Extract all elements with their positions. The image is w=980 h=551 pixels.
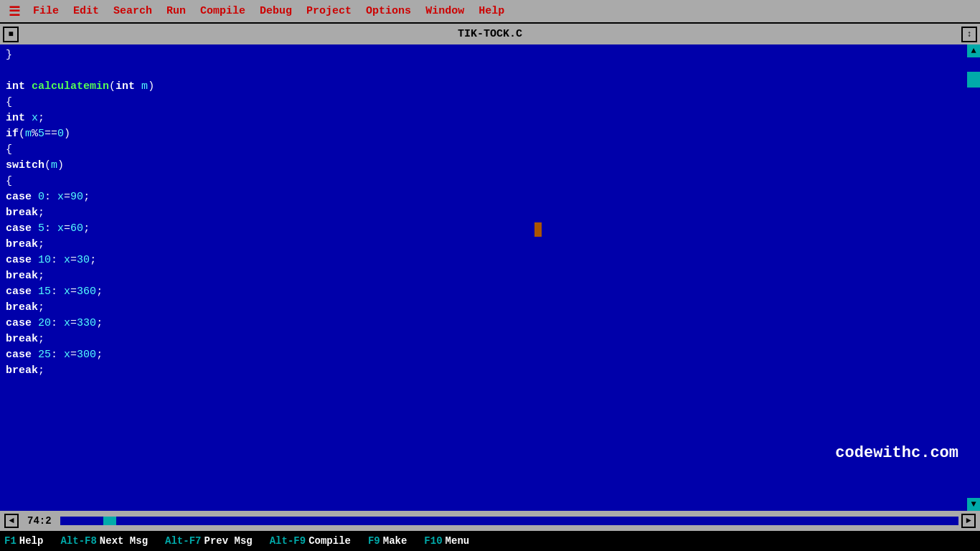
fkey-alt-f8-key: Alt-F8 bbox=[60, 535, 96, 547]
code-line: break; bbox=[6, 363, 961, 379]
code-line bbox=[6, 63, 961, 79]
hamburger-menu[interactable]: ☰ bbox=[3, 1, 26, 22]
fkey-f10-label: Menu bbox=[446, 535, 470, 547]
fkey-f9[interactable]: F9 Make bbox=[368, 535, 407, 547]
window-title: TIK-TOCK.C bbox=[458, 28, 522, 40]
scroll-right-btn[interactable]: ► bbox=[961, 514, 976, 528]
fkey-alt-f9-key: Alt-F9 bbox=[270, 535, 306, 547]
code-line: { bbox=[6, 95, 961, 110]
watermark: codewithc.com bbox=[835, 444, 958, 462]
fkey-f9-label: Make bbox=[383, 535, 407, 547]
scroll-up-btn[interactable]: ▲ bbox=[967, 44, 980, 57]
code-line: { bbox=[6, 174, 961, 189]
code-line: case 10: x=30; bbox=[6, 253, 961, 268]
fkey-f1-key: F1 bbox=[4, 535, 17, 547]
code-line: case 5: x=60; bbox=[6, 221, 961, 237]
code-line: break; bbox=[6, 300, 961, 316]
menu-debug[interactable]: Debug bbox=[253, 2, 299, 20]
code-line: break; bbox=[6, 205, 961, 221]
menu-run[interactable]: Run bbox=[159, 2, 193, 20]
code-line: break; bbox=[6, 237, 961, 253]
scroll-left-btn[interactable]: ◄ bbox=[4, 514, 19, 528]
fkey-f10[interactable]: F10 Menu bbox=[424, 535, 469, 547]
fkey-bar: F1 Help Alt-F8 Next Msg Alt-F7 Prev Msg … bbox=[0, 531, 980, 551]
menu-bar: ☰ File Edit Search Run Compile Debug Pro… bbox=[0, 0, 980, 22]
fkey-alt-f7[interactable]: Alt-F7 Prev Msg bbox=[165, 535, 253, 547]
fkey-alt-f9-label: Compile bbox=[308, 535, 351, 547]
code-line: case 15: x=360; bbox=[6, 284, 961, 300]
scroll-track[interactable] bbox=[967, 57, 980, 498]
fkey-f1[interactable]: F1 Help bbox=[4, 535, 43, 547]
code-line: int calculatemin(int m) bbox=[6, 79, 961, 95]
window-resize-btn[interactable]: ↕ bbox=[961, 27, 977, 42]
fkey-alt-f9[interactable]: Alt-F9 Compile bbox=[270, 535, 351, 547]
code-content: } int calculatemin(int m) { int x; if(m%… bbox=[0, 44, 967, 382]
title-bar: ■ TIK-TOCK.C ↕ bbox=[0, 22, 980, 44]
fkey-f1-label: Help bbox=[19, 535, 44, 547]
menu-edit[interactable]: Edit bbox=[66, 2, 106, 20]
menu-file[interactable]: File bbox=[26, 2, 66, 20]
code-line: case 20: x=330; bbox=[6, 316, 961, 331]
menu-project[interactable]: Project bbox=[299, 2, 359, 20]
menu-search[interactable]: Search bbox=[106, 2, 159, 20]
fkey-f10-key: F10 bbox=[424, 535, 442, 547]
menu-options[interactable]: Options bbox=[359, 2, 418, 20]
code-line: break; bbox=[6, 331, 961, 347]
fkey-alt-f8[interactable]: Alt-F8 Next Msg bbox=[60, 535, 148, 547]
fkey-alt-f7-label: Prev Msg bbox=[204, 535, 252, 547]
horizontal-scroll-track[interactable] bbox=[60, 517, 958, 525]
scrollbar-vertical[interactable]: ▲ ▼ bbox=[967, 44, 980, 511]
menu-help[interactable]: Help bbox=[471, 2, 512, 20]
code-line: case 25: x=300; bbox=[6, 347, 961, 363]
code-line: int x; bbox=[6, 110, 961, 126]
code-line: case 0: x=90; bbox=[6, 189, 961, 205]
code-line: if(m%5==0) bbox=[6, 126, 961, 142]
window-minimize-btn[interactable]: ■ bbox=[3, 27, 19, 42]
cursor-position: 74:2 bbox=[22, 515, 57, 527]
scroll-down-btn[interactable]: ▼ bbox=[967, 498, 980, 511]
horizontal-scroll-thumb[interactable] bbox=[103, 517, 116, 525]
editor-area[interactable]: } int calculatemin(int m) { int x; if(m%… bbox=[0, 44, 980, 511]
code-line: switch(m) bbox=[6, 158, 961, 174]
code-line: } bbox=[6, 47, 961, 63]
code-line: break; bbox=[6, 268, 961, 284]
menu-window[interactable]: Window bbox=[418, 2, 471, 20]
fkey-alt-f8-label: Next Msg bbox=[100, 535, 148, 547]
fkey-alt-f7-key: Alt-F7 bbox=[165, 535, 201, 547]
status-bar: ◄ 74:2 ► bbox=[0, 511, 980, 531]
code-line: { bbox=[6, 142, 961, 158]
fkey-f9-key: F9 bbox=[368, 535, 380, 547]
menu-compile[interactable]: Compile bbox=[193, 2, 253, 20]
text-cursor bbox=[534, 222, 542, 237]
scroll-thumb[interactable] bbox=[967, 72, 980, 88]
